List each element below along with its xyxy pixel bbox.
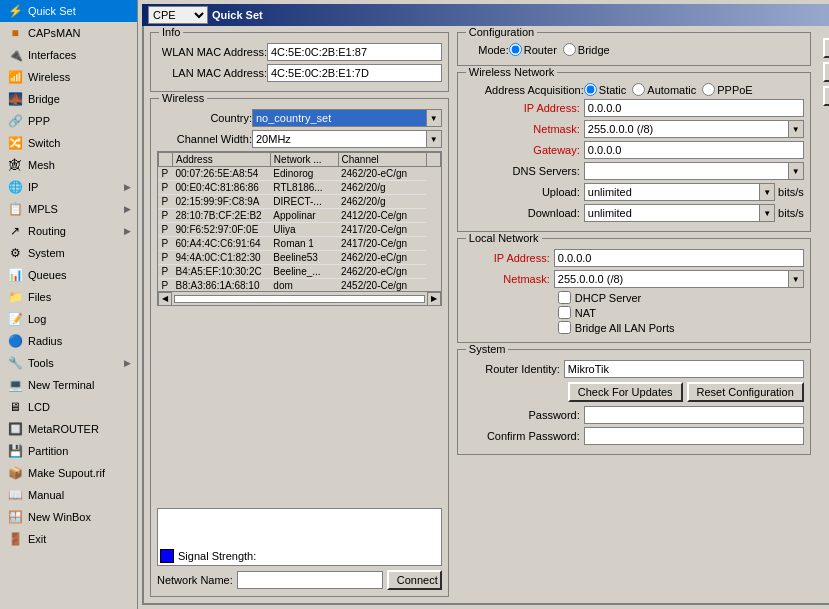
col-channel[interactable]: Channel: [338, 153, 426, 167]
country-input[interactable]: [252, 109, 426, 127]
sidebar-item-queues[interactable]: 📊 Queues: [0, 264, 137, 286]
sidebar-item-new-winbox[interactable]: 🪟 New WinBox: [0, 506, 137, 528]
password-input[interactable]: [584, 406, 804, 424]
addr-static-option[interactable]: Static: [584, 83, 627, 96]
addr-pppoe-radio[interactable]: [702, 83, 715, 96]
sidebar-item-radius[interactable]: 🔵 Radius: [0, 330, 137, 352]
row-flag: P: [159, 279, 173, 292]
col-address[interactable]: Address: [173, 153, 271, 167]
addr-automatic-option[interactable]: Automatic: [632, 83, 696, 96]
sidebar-item-metarouter[interactable]: 🔲 MetaROUTER: [0, 418, 137, 440]
wn-dns-drop-btn[interactable]: ▼: [788, 162, 804, 180]
lan-mac-input[interactable]: [267, 64, 442, 82]
addr-pppoe-option[interactable]: PPPoE: [702, 83, 752, 96]
sidebar-item-log[interactable]: 📝 Log: [0, 308, 137, 330]
table-row[interactable]: P94:4A:0C:C1:82:30Beeline532462/20-eC/gn: [159, 251, 441, 265]
mode-bridge-option[interactable]: Bridge: [563, 43, 610, 56]
mode-router-radio[interactable]: [509, 43, 522, 56]
sidebar-item-label: Exit: [28, 533, 46, 545]
ppp-icon: 🔗: [6, 113, 24, 129]
table-row[interactable]: PB4:A5:EF:10:30:2CBeeline_...2462/20-eC/…: [159, 265, 441, 279]
wlan-mac-input[interactable]: [267, 43, 442, 61]
addr-automatic-radio[interactable]: [632, 83, 645, 96]
sidebar-item-exit[interactable]: 🚪 Exit: [0, 528, 137, 550]
bridge-all-checkbox[interactable]: [558, 321, 571, 334]
sidebar-item-make-supout[interactable]: 📦 Make Supout.rif: [0, 462, 137, 484]
ln-netmask-drop-btn[interactable]: ▼: [788, 270, 804, 288]
wn-upload-drop-btn[interactable]: ▼: [759, 183, 775, 201]
table-row[interactable]: PB8:A3:86:1A:68:10dom2452/20-Ce/gn: [159, 279, 441, 292]
ln-netmask-input[interactable]: [554, 270, 788, 288]
wn-gateway-input[interactable]: [584, 141, 804, 159]
sidebar-item-lcd[interactable]: 🖥 LCD: [0, 396, 137, 418]
interfaces-icon: 🔌: [6, 47, 24, 63]
row-network: Roman 1: [270, 237, 338, 251]
wn-dns-input[interactable]: [584, 162, 788, 180]
table-row[interactable]: P90:F6:52:97:0F:0EUliya2417/20-Ce/gn: [159, 223, 441, 237]
wn-netmask-input[interactable]: [584, 120, 788, 138]
wn-upload-input[interactable]: [584, 183, 759, 201]
sidebar-item-interfaces[interactable]: 🔌 Interfaces: [0, 44, 137, 66]
col-network[interactable]: Network ...: [270, 153, 338, 167]
titlebar-dropdown[interactable]: CPE: [148, 6, 208, 24]
channel-width-drop-btn[interactable]: ▼: [426, 130, 442, 148]
sidebar-item-label: MetaROUTER: [28, 423, 99, 435]
dhcp-checkbox[interactable]: [558, 291, 571, 304]
ok-button[interactable]: OK: [823, 38, 829, 58]
wn-netmask-drop-btn[interactable]: ▼: [788, 120, 804, 138]
sidebar-item-ppp[interactable]: 🔗 PPP: [0, 110, 137, 132]
table-row[interactable]: P00:E0:4C:81:86:86RTL8186...2462/20/g: [159, 181, 441, 195]
router-identity-input[interactable]: [564, 360, 804, 378]
wlan-mac-label: WLAN MAC Address:: [157, 46, 267, 58]
sidebar-item-files[interactable]: 📁 Files: [0, 286, 137, 308]
table-row[interactable]: P60:A4:4C:C6:91:64Roman 12417/20-Ce/gn: [159, 237, 441, 251]
row-address: 60:A4:4C:C6:91:64: [173, 237, 271, 251]
addr-static-radio[interactable]: [584, 83, 597, 96]
wn-download-input[interactable]: [584, 204, 759, 222]
wn-ip-input[interactable]: [584, 99, 804, 117]
wn-download-drop-btn[interactable]: ▼: [759, 204, 775, 222]
channel-width-input[interactable]: [252, 130, 426, 148]
connect-button[interactable]: Connect: [387, 570, 442, 590]
mode-router-option[interactable]: Router: [509, 43, 557, 56]
sidebar-item-routing[interactable]: ↗ Routing ▶: [0, 220, 137, 242]
table-row[interactable]: P02:15:99:9F:C8:9ADIRECT-...2462/20/g: [159, 195, 441, 209]
col-flag[interactable]: [159, 153, 173, 167]
wn-download-label: Download:: [464, 207, 584, 219]
sidebar-item-wireless[interactable]: 📶 Wireless: [0, 66, 137, 88]
row-network: dom: [270, 279, 338, 292]
sidebar-item-label: Manual: [28, 489, 64, 501]
channel-width-row: Channel Width: ▼: [157, 130, 442, 148]
mode-bridge-radio[interactable]: [563, 43, 576, 56]
sidebar-item-mpls[interactable]: 📋 MPLS ▶: [0, 198, 137, 220]
sidebar-item-system[interactable]: ⚙ System: [0, 242, 137, 264]
country-drop-btn[interactable]: ▼: [426, 109, 442, 127]
confirm-password-input[interactable]: [584, 427, 804, 445]
sidebar-item-tools[interactable]: 🔧 Tools ▶: [0, 352, 137, 374]
row-address: 90:F6:52:97:0F:0E: [173, 223, 271, 237]
apply-button[interactable]: Apply: [823, 86, 829, 106]
ln-ip-input[interactable]: [554, 249, 804, 267]
addr-automatic-label: Automatic: [647, 84, 696, 96]
scroll-left-btn[interactable]: ◀: [158, 292, 172, 306]
sidebar-item-partition[interactable]: 💾 Partition: [0, 440, 137, 462]
sidebar-item-mesh[interactable]: 🕸 Mesh: [0, 154, 137, 176]
scroll-right-btn[interactable]: ▶: [427, 292, 441, 306]
local-network-group-title: Local Network: [466, 232, 542, 244]
table-row[interactable]: P28:10:7B:CF:2E:B2Appolinar2412/20-Ce/gn: [159, 209, 441, 223]
sidebar-item-bridge[interactable]: 🌉 Bridge: [0, 88, 137, 110]
sidebar-item-quick-set[interactable]: ⚡ Quick Set: [0, 0, 137, 22]
reset-config-button[interactable]: Reset Configuration: [687, 382, 804, 402]
sidebar-item-manual[interactable]: 📖 Manual: [0, 484, 137, 506]
sidebar-item-label: Files: [28, 291, 51, 303]
sidebar-item-ip[interactable]: 🌐 IP ▶: [0, 176, 137, 198]
cancel-button[interactable]: Cancel: [823, 62, 829, 82]
table-row[interactable]: P00:07:26:5E:A8:54Edinorog2462/20-eC/gn: [159, 167, 441, 181]
nat-checkbox[interactable]: [558, 306, 571, 319]
sidebar-item-capsman[interactable]: ■ CAPsMAN: [0, 22, 137, 44]
sidebar-item-label: LCD: [28, 401, 50, 413]
sidebar-item-new-terminal[interactable]: 💻 New Terminal: [0, 374, 137, 396]
network-name-input[interactable]: [237, 571, 383, 589]
sidebar-item-switch[interactable]: 🔀 Switch: [0, 132, 137, 154]
check-updates-button[interactable]: Check For Updates: [568, 382, 683, 402]
